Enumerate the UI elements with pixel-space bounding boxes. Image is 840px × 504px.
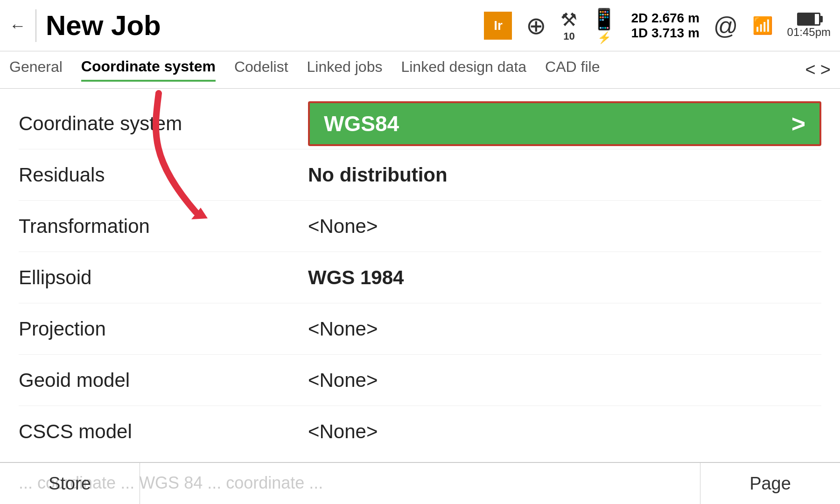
row-transformation: Transformation <None> bbox=[19, 201, 821, 252]
battery-time-group: 01:45pm bbox=[787, 13, 831, 39]
row-projection: Projection <None> bbox=[19, 303, 821, 355]
header-divider bbox=[35, 9, 36, 42]
value-projection: <None> bbox=[308, 318, 821, 340]
phone-icon: 📱 bbox=[591, 7, 617, 31]
bottom-bar: Store Page bbox=[0, 462, 840, 504]
tab-linked-jobs[interactable]: Linked jobs bbox=[307, 58, 383, 82]
wgs84-arrow-icon: > bbox=[791, 110, 805, 138]
value-geoid-model: <None> bbox=[308, 369, 821, 392]
page-button[interactable]: Page bbox=[700, 463, 840, 504]
value-coordinate-system[interactable]: WGS84 > bbox=[308, 101, 821, 146]
at-icon: @ bbox=[714, 12, 738, 40]
row-ellipsoid: Ellipsoid WGS 1984 bbox=[19, 252, 821, 303]
tab-coordinate-system[interactable]: Coordinate system bbox=[81, 58, 216, 82]
label-transformation: Transformation bbox=[19, 215, 308, 238]
measurement-1d: 1D 3.713 m bbox=[631, 26, 699, 41]
store-button[interactable]: Store bbox=[0, 463, 140, 504]
label-ellipsoid: Ellipsoid bbox=[19, 266, 308, 289]
label-geoid-model: Geoid model bbox=[19, 369, 308, 392]
row-residuals: Residuals No distribution bbox=[19, 149, 821, 201]
wgs84-text: WGS84 bbox=[324, 111, 399, 136]
header-icons: Ir ⊕ ⚒ 10 📱 ⚡ 2D 2.676 m 1D 3.713 m @ 📶 … bbox=[484, 7, 831, 44]
tab-linked-design-data[interactable]: Linked design data bbox=[401, 58, 526, 82]
battery-icon bbox=[797, 13, 820, 26]
lightning-icon: ⚡ bbox=[597, 31, 611, 44]
tab-codelist[interactable]: Codelist bbox=[234, 58, 288, 82]
tools-count: 10 bbox=[563, 30, 574, 42]
value-ellipsoid: WGS 1984 bbox=[308, 266, 821, 289]
label-coordinate-system: Coordinate system bbox=[19, 112, 308, 135]
value-residuals: No distribution bbox=[308, 164, 821, 186]
nav-next-arrow[interactable]: > bbox=[820, 60, 831, 80]
label-projection: Projection bbox=[19, 318, 308, 340]
page-title: New Job bbox=[46, 9, 161, 42]
header: ← New Job Ir ⊕ ⚒ 10 📱 ⚡ 2D 2.676 m 1D 3.… bbox=[0, 0, 840, 51]
label-residuals: Residuals bbox=[19, 164, 308, 186]
row-cscs-model: CSCS model <None> bbox=[19, 406, 821, 457]
wgs84-button[interactable]: WGS84 > bbox=[308, 101, 821, 146]
time-display: 01:45pm bbox=[787, 26, 831, 39]
value-transformation: <None> bbox=[308, 215, 821, 238]
crosshair-icon: ⊕ bbox=[526, 14, 546, 38]
signal-icon: 📶 bbox=[752, 16, 773, 35]
phone-lightning-group: 📱 ⚡ bbox=[591, 7, 617, 44]
tools-badge-group: ⚒ 10 bbox=[560, 9, 577, 42]
tab-cad-file[interactable]: CAD file bbox=[545, 58, 600, 82]
back-button[interactable]: ← bbox=[9, 16, 26, 35]
measurements-display: 2D 2.676 m 1D 3.713 m bbox=[631, 11, 699, 41]
tools-icon: ⚒ bbox=[560, 9, 577, 30]
row-geoid-model: Geoid model <None> bbox=[19, 355, 821, 406]
measurement-2d: 2D 2.676 m bbox=[631, 11, 699, 26]
main-content: Coordinate system WGS84 > Residuals No d… bbox=[0, 89, 840, 467]
signal-battery-group: 📶 bbox=[752, 16, 773, 35]
tab-general[interactable]: General bbox=[9, 58, 63, 82]
row-coordinate-system: Coordinate system WGS84 > bbox=[19, 98, 821, 149]
nav-tabs: General Coordinate system Codelist Linke… bbox=[0, 51, 840, 89]
ir-icon: Ir bbox=[484, 12, 512, 40]
label-cscs-model: CSCS model bbox=[19, 420, 308, 443]
nav-prev-arrow[interactable]: < bbox=[805, 60, 816, 80]
battery-fill bbox=[798, 14, 815, 24]
nav-arrows: < > bbox=[805, 60, 831, 80]
value-cscs-model: <None> bbox=[308, 420, 821, 443]
